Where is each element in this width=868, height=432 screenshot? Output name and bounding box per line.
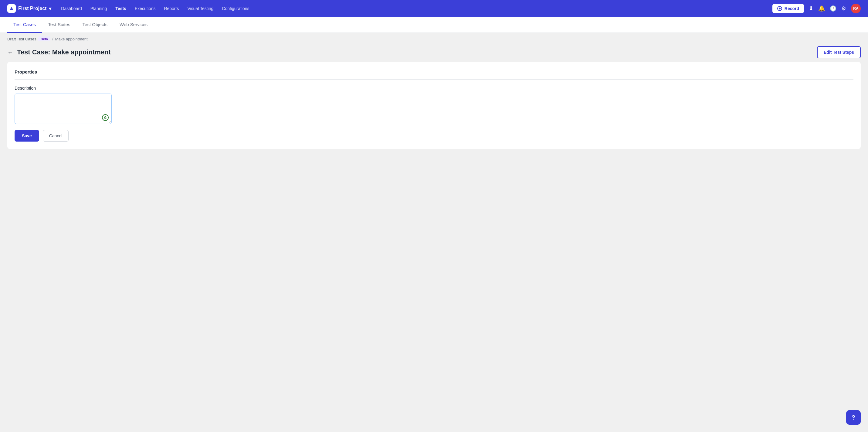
tab-test-cases[interactable]: Test Cases xyxy=(7,17,42,33)
breadcrumb: Draft Test Cases Beta / Make appointment xyxy=(0,33,868,41)
download-button[interactable]: ⬇ xyxy=(809,5,813,12)
content-area: Properties Description G Save Cancel xyxy=(0,62,868,156)
download-icon: ⬇ xyxy=(809,5,813,12)
cancel-button[interactable]: Cancel xyxy=(43,130,69,142)
back-button[interactable]: ← xyxy=(7,49,13,56)
nav-visual-testing[interactable]: Visual Testing xyxy=(187,5,213,12)
edit-test-steps-button[interactable]: Edit Test Steps xyxy=(817,46,861,58)
page-title: Test Case: Make appointment xyxy=(17,48,111,56)
settings-button[interactable]: ⚙ xyxy=(841,5,846,12)
nav-tests[interactable]: Tests xyxy=(115,5,126,12)
save-button[interactable]: Save xyxy=(14,130,39,142)
history-button[interactable]: 🕐 xyxy=(830,5,836,12)
brand-logo xyxy=(7,4,16,13)
breadcrumb-current: Make appointment xyxy=(55,37,88,41)
description-textarea[interactable] xyxy=(14,93,112,124)
navbar-right: Record ⬇ 🔔 🕐 ⚙ RA xyxy=(772,4,861,13)
page-header-left: ← Test Case: Make appointment xyxy=(7,48,111,56)
description-textarea-wrapper: G xyxy=(14,93,112,124)
brand-logo-area[interactable]: First Project ▾ xyxy=(7,4,51,13)
notifications-button[interactable]: 🔔 xyxy=(818,5,825,12)
properties-title: Properties xyxy=(14,69,854,75)
page-header: ← Test Case: Make appointment Edit Test … xyxy=(0,41,868,62)
brand-name: First Project xyxy=(18,6,46,11)
history-icon: 🕐 xyxy=(830,5,836,12)
form-actions: Save Cancel xyxy=(14,130,854,142)
nav-reports[interactable]: Reports xyxy=(164,5,179,12)
breadcrumb-link[interactable]: Draft Test Cases xyxy=(7,37,36,41)
tabs-bar: Test Cases Test Suites Test Objects Web … xyxy=(0,17,868,33)
tab-web-services[interactable]: Web Services xyxy=(114,17,154,33)
record-button[interactable]: Record xyxy=(772,4,804,13)
divider xyxy=(14,79,854,80)
gear-icon: ⚙ xyxy=(841,5,846,12)
nav-executions[interactable]: Executions xyxy=(135,5,155,12)
nav-dashboard[interactable]: Dashboard xyxy=(61,5,82,12)
record-label: Record xyxy=(784,6,799,11)
nav-configurations[interactable]: Configurations xyxy=(222,5,249,12)
navbar: First Project ▾ Dashboard Planning Tests… xyxy=(0,0,868,17)
back-arrow-icon: ← xyxy=(7,49,13,56)
help-button[interactable]: ? xyxy=(846,410,861,425)
breadcrumb-badge: Beta xyxy=(38,36,51,41)
bell-icon: 🔔 xyxy=(818,5,825,12)
record-dot-icon xyxy=(777,6,782,11)
tab-test-suites[interactable]: Test Suites xyxy=(42,17,76,33)
avatar[interactable]: RA xyxy=(851,4,861,13)
description-label: Description xyxy=(14,86,854,90)
tab-test-objects[interactable]: Test Objects xyxy=(76,17,114,33)
breadcrumb-separator: / xyxy=(52,36,54,41)
properties-card: Properties Description G Save Cancel xyxy=(7,62,861,149)
nav-links: Dashboard Planning Tests Executions Repo… xyxy=(61,5,763,12)
brand-chevron: ▾ xyxy=(49,6,51,11)
nav-planning[interactable]: Planning xyxy=(90,5,107,12)
